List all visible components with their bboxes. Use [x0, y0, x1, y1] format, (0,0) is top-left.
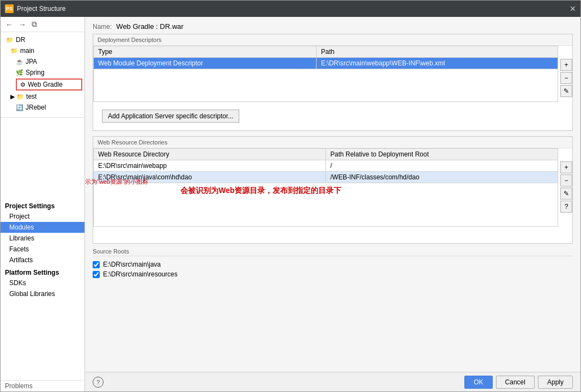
web-resource-section: Web Resource Directories Web Resource Di… [93, 136, 573, 244]
spring-icon: 🌿 [16, 69, 23, 76]
app-icon: PS [5, 4, 14, 13]
wr-edit-button[interactable]: ✎ [560, 188, 572, 200]
main-content: ← → ⧉ 📁 DR 📁 main ☕ JPA [1, 17, 580, 391]
name-label: Name: [93, 23, 112, 31]
annotation-center: 会被识别为Web资源目录，发布到指定的目录下 [180, 186, 341, 196]
sidebar-item-label-sdks: SDKs [9, 279, 26, 287]
sidebar-item-global-libraries[interactable]: Global Libraries [1, 288, 84, 299]
table-row[interactable]: Web Module Deployment Descriptor E:\DR\s… [94, 58, 558, 69]
nav-toolbar: ← → ⧉ [1, 17, 84, 32]
folder-icon-main: 📁 [10, 47, 18, 55]
sidebar-item-modules[interactable]: Modules [1, 222, 84, 233]
wr-col-path: Path Relative to Deployment Root [326, 149, 558, 160]
right-inner: Name: Web Gradle : DR.war Deployment Des… [85, 17, 580, 372]
table-row-empty [94, 69, 558, 102]
dd-col-type: Type [94, 46, 317, 58]
title-bar: PS Project Structure ✕ [1, 1, 580, 17]
tree-label-web-gradle: Web Gradle [28, 81, 63, 88]
forward-button[interactable]: → [17, 20, 28, 29]
dd-row-type: Web Module Deployment Descriptor [94, 58, 317, 69]
web-resource-title: Web Resource Directories [93, 137, 572, 148]
wr-remove-button[interactable]: − [560, 174, 572, 186]
add-descriptor-row: Add Application Server specific descript… [93, 102, 572, 130]
problems-label: Problems [5, 382, 33, 390]
tree-item-jrebel[interactable]: 🔄 JRebel [1, 102, 84, 113]
source-roots-title: Source Roots [93, 248, 573, 256]
help-button[interactable]: ? [93, 377, 104, 388]
wr-col-dir: Web Resource Directory [94, 149, 326, 160]
copy-button[interactable]: ⧉ [30, 19, 39, 29]
tree-item-test[interactable]: ▶ 📁 test [1, 91, 84, 102]
platform-settings-header: Platform Settings [1, 266, 84, 278]
source-root-row-0[interactable]: E:\DR\src\main\java [93, 260, 573, 269]
sidebar-item-label-global-libraries: Global Libraries [9, 290, 55, 298]
tree-item-jpa[interactable]: ☕ JPA [1, 56, 84, 67]
folder-icon: 📁 [6, 37, 14, 44]
add-descriptor-button[interactable]: Add Application Server specific descript… [102, 110, 239, 123]
source-root-row-1[interactable]: E:\DR\src\main\resources [93, 269, 573, 279]
close-button[interactable]: ✕ [570, 4, 576, 13]
wr-help-button[interactable]: ? [560, 201, 572, 213]
window-title: Project Structure [17, 5, 65, 13]
source-root-checkbox-1[interactable] [93, 271, 100, 278]
source-root-label-0: E:\DR\src\main\java [103, 261, 161, 268]
project-settings-header: Project Settings [1, 199, 84, 211]
wr-row0-dir: E:\DR\src\main\webapp [94, 160, 326, 172]
tree-item-web-gradle[interactable]: ⚙ Web Gradle [16, 79, 82, 91]
sidebar-item-facets[interactable]: Facets [1, 244, 84, 255]
jpa-icon: ☕ [16, 58, 23, 65]
back-button[interactable]: ← [4, 20, 15, 29]
tree-item-dr[interactable]: 📁 DR [1, 34, 84, 45]
dd-side-buttons: + − ✎ [560, 59, 572, 97]
wr-row1-path: /WEB-INF/classes/com/hd/dao [326, 172, 558, 183]
sidebar-item-label-project: Project [9, 213, 29, 220]
deployment-descriptors-title: Deployment Descriptors [93, 34, 572, 46]
table-row[interactable]: E:\DR\src\main\webapp / [94, 160, 558, 172]
tree-label-dr: DR [16, 36, 25, 44]
tree-label-jrebel: JRebel [26, 104, 46, 111]
sidebar-item-project[interactable]: Project [1, 211, 84, 222]
dd-row-path: E:\DR\src\main\webapp\WEB-INF\web.xml [316, 58, 558, 69]
tree-label-jpa: JPA [26, 58, 37, 65]
wr-row0-path: / [326, 160, 558, 172]
wr-side-buttons: + − ✎ ? [560, 161, 572, 213]
sidebar-item-libraries[interactable]: Libraries [1, 233, 84, 244]
jrebel-icon: 🔄 [16, 104, 23, 111]
deployment-descriptors-table: Type Path Web Module Deployment Descript… [93, 46, 558, 102]
annotation-left: 目录上有表示为"web资源"的小图标 [85, 178, 148, 186]
cancel-button[interactable]: Cancel [496, 376, 535, 389]
dd-remove-button[interactable]: − [560, 72, 572, 84]
tree-label-spring: Spring [26, 69, 45, 76]
name-row: Name: Web Gradle : DR.war [85, 17, 580, 34]
left-panel: ← → ⧉ 📁 DR 📁 main ☕ JPA [1, 17, 85, 391]
dd-col-path: Path [316, 46, 558, 58]
source-root-label-1: E:\DR\src\main\resources [103, 270, 178, 278]
tree-item-spring[interactable]: 🌿 Spring [1, 67, 84, 78]
title-bar-left: PS Project Structure [5, 4, 65, 13]
bottom-bar: ? OK Cancel Apply [85, 372, 580, 391]
web-gradle-icon: ⚙ [20, 81, 26, 88]
tree-label-main: main [20, 47, 34, 55]
deployment-descriptors-section: Deployment Descriptors Type Path [93, 34, 573, 131]
name-value: Web Gradle : DR.war [116, 22, 183, 31]
source-roots-section: Source Roots E:\DR\src\main\java E:\DR\s… [93, 248, 573, 279]
folder-icon-test: ▶ 📁 [10, 93, 24, 100]
sidebar-item-problems[interactable]: Problems [1, 380, 84, 391]
wr-add-button[interactable]: + [560, 161, 572, 173]
sidebar-item-label-libraries: Libraries [9, 234, 34, 242]
sidebar-item-artifacts[interactable]: Artifacts [1, 255, 84, 266]
tree-label-test: test [26, 93, 37, 100]
source-root-checkbox-0[interactable] [93, 261, 100, 268]
sidebar-item-label-modules: Modules [9, 224, 34, 231]
annotation-area: 目录上有表示为"web资源"的小图标 会被识别为Web资源目录，发布到指定的目录… [93, 227, 572, 243]
apply-button[interactable]: Apply [538, 376, 573, 389]
dd-add-button[interactable]: + [560, 59, 572, 71]
sidebar-item-label-facets: Facets [9, 245, 29, 253]
sidebar-item-label-artifacts: Artifacts [9, 256, 33, 264]
sidebar-item-sdks[interactable]: SDKs [1, 278, 84, 288]
dd-edit-button[interactable]: ✎ [560, 85, 572, 97]
dd-table-wrapper: Type Path Web Module Deployment Descript… [93, 46, 572, 102]
table-row[interactable]: E:\DR\src\main\java\com\hd\dao /WEB-INF/… [94, 172, 558, 183]
tree-item-main[interactable]: 📁 main [1, 45, 84, 56]
ok-button[interactable]: OK [464, 376, 492, 389]
